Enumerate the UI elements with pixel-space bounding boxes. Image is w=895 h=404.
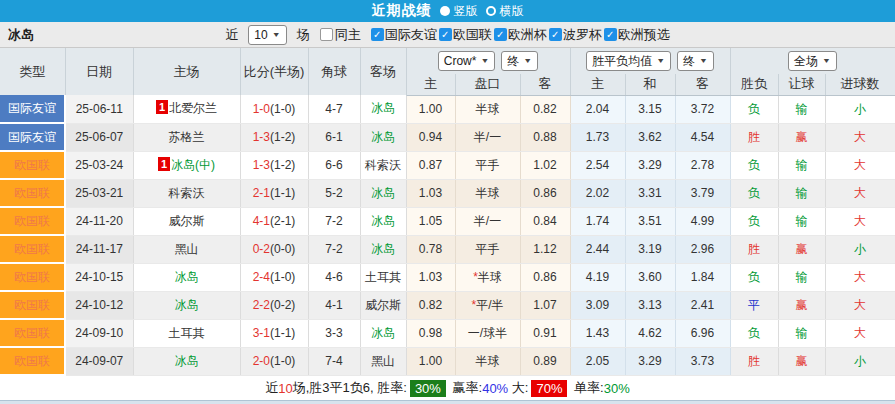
goals-result-cell: 小 [825, 235, 895, 263]
header-type: 类型 [0, 48, 65, 95]
date-cell: 25-03-21 [65, 179, 133, 207]
league-filter-euro-qual[interactable]: ✓ 欧洲预选 [604, 26, 670, 44]
chevron-down-icon: ▼ [656, 57, 665, 65]
score-cell: 1-0(1-0) [240, 95, 308, 123]
radio-unselected-icon[interactable] [486, 6, 496, 16]
avg-stage-select[interactable]: 终 ▼ [677, 51, 714, 71]
league-filter-baltic[interactable]: ✓ 波罗杯 [549, 26, 602, 44]
goals-result-cell: 大 [825, 151, 895, 179]
checkbox-checked-icon[interactable]: ✓ [604, 28, 617, 41]
checkbox-checked-icon[interactable]: ✓ [494, 28, 507, 41]
match-row: 欧国联25-03-241冰岛(中)1-3(1-2)6-6科索沃0.87平手1.0… [0, 151, 895, 179]
avg-odds-header: 胜平负均值 ▼ 终 ▼ [570, 48, 730, 74]
avg-type-value: 胜平负均值 [592, 53, 652, 70]
subheader-odds-home: 主 [406, 74, 455, 95]
avg-win-odds-cell: 2.54 [570, 151, 625, 179]
wdl-result-cell: 负 [730, 95, 778, 123]
match-row: 欧国联24-09-07冰岛2-0(1-0)7-4黑山1.00半球0.892.05… [0, 347, 895, 375]
home-team-cell: 苏格兰 [133, 123, 240, 151]
league-filter-label[interactable]: 国际友谊 [385, 26, 437, 44]
home-rank-badge: 1 [158, 157, 170, 171]
match-row: 欧国联24-11-17黑山0-2(0-0)7-2冰岛0.78平手1.122.44… [0, 235, 895, 263]
subheader-goals: 进球数 [825, 74, 895, 95]
radio-horizontal-label[interactable]: 横版 [500, 3, 524, 20]
avg-win-odds-cell: 4.19 [570, 263, 625, 291]
goals-result-cell: 小 [825, 95, 895, 123]
league-type-cell: 国际友谊 [0, 95, 65, 123]
score-cell: 2-0(1-0) [240, 347, 308, 375]
league-filter-label[interactable]: 欧国联 [453, 26, 492, 44]
subheader-handicap: 盘口 [455, 74, 520, 95]
scope-select[interactable]: 全场 ▼ [788, 51, 837, 71]
odds-company-header: Crow* ▼ 终 ▼ [406, 48, 570, 74]
corner-cell: 6-6 [308, 151, 360, 179]
league-filter-label[interactable]: 波罗杯 [563, 26, 602, 44]
avg-win-odds-cell: 1.43 [570, 319, 625, 347]
radio-vertical-label[interactable]: 竖版 [454, 3, 478, 20]
avg-lose-odds-cell: 2.96 [675, 235, 730, 263]
results-table: 类型 日期 主场 比分(半场) 角球 客场 Crow* ▼ 终 ▼ [0, 48, 895, 376]
handicap-away-odds-cell: 0.88 [520, 123, 570, 151]
away-team-cell: 冰岛 [360, 123, 406, 151]
away-team-cell: 科索沃 [360, 151, 406, 179]
league-type-cell: 欧国联 [0, 319, 65, 347]
summary-segment: 赢率: [449, 379, 482, 397]
match-count-select[interactable]: 10 ▼ [248, 25, 286, 45]
goals-result-cell: 小 [825, 347, 895, 375]
score-cell: 0-2(0-0) [240, 235, 308, 263]
summary-segment: 10 [278, 381, 292, 396]
same-home-checkbox[interactable] [320, 28, 333, 41]
checkbox-checked-icon[interactable]: ✓ [549, 28, 562, 41]
handicap-away-odds-cell: 0.91 [520, 319, 570, 347]
handicap-home-odds-cell: 0.78 [406, 235, 455, 263]
league-type-cell: 欧国联 [0, 151, 65, 179]
layout-radio-vertical[interactable]: 竖版 [440, 3, 478, 20]
summary-bar: 近10场,胜3平1负6, 胜率:30% 赢率:40% 大:70% 单率:30% [0, 376, 895, 400]
avg-type-select[interactable]: 胜平负均值 ▼ [586, 51, 671, 71]
corner-cell: 7-2 [308, 207, 360, 235]
away-team-cell: 冰岛 [360, 207, 406, 235]
home-team-cell: 冰岛 [133, 291, 240, 319]
date-cell: 25-03-24 [65, 151, 133, 179]
same-home-label[interactable]: 同主 [335, 26, 361, 44]
radio-selected-icon[interactable] [440, 6, 450, 16]
handicap-result-cell: 赢 [778, 291, 825, 319]
wdl-result-cell: 负 [730, 179, 778, 207]
corner-cell: 4-6 [308, 263, 360, 291]
handicap-line-cell: 半/一 [455, 123, 520, 151]
avg-lose-odds-cell: 3.73 [675, 347, 730, 375]
avg-win-odds-cell: 2.04 [570, 95, 625, 123]
score-cell: 2-2(0-2) [240, 291, 308, 319]
handicap-away-odds-cell: 1.07 [520, 291, 570, 319]
wdl-result-cell: 负 [730, 151, 778, 179]
league-type-cell: 欧国联 [0, 347, 65, 375]
checkbox-checked-icon[interactable]: ✓ [371, 28, 384, 41]
layout-radio-horizontal[interactable]: 横版 [486, 3, 524, 20]
league-filter-label[interactable]: 欧洲杯 [508, 26, 547, 44]
match-row: 欧国联25-03-21科索沃2-1(1-1)5-2冰岛1.03半球0.862.0… [0, 179, 895, 207]
away-team-cell: 冰岛 [360, 319, 406, 347]
match-row: 国际友谊25-06-07苏格兰1-3(1-2)6-1冰岛0.94半/一0.881… [0, 123, 895, 151]
corner-cell: 7-2 [308, 235, 360, 263]
handicap-result-cell: 输 [778, 95, 825, 123]
chevron-down-icon: ▼ [699, 57, 708, 65]
header-away: 客场 [360, 48, 406, 95]
page-title: 近期战绩 [372, 2, 432, 20]
league-filter-friendly[interactable]: ✓ 国际友谊 [371, 26, 437, 44]
home-team-cell: 土耳其 [133, 319, 240, 347]
odds-stage-select[interactable]: 终 ▼ [501, 51, 538, 71]
checkbox-checked-icon[interactable]: ✓ [439, 28, 452, 41]
summary-segment: 近 [265, 379, 278, 397]
avg-draw-odds-cell: 4.62 [625, 319, 675, 347]
summary-segment: 30% [604, 381, 630, 396]
avg-lose-odds-cell: 2.78 [675, 151, 730, 179]
handicap-line-cell: 平手 [455, 151, 520, 179]
avg-stage-value: 终 [683, 53, 695, 70]
league-filter-euro[interactable]: ✓ 欧洲杯 [494, 26, 547, 44]
league-filter-label[interactable]: 欧洲预选 [618, 26, 670, 44]
league-filter-nations[interactable]: ✓ 欧国联 [439, 26, 492, 44]
corner-cell: 6-1 [308, 123, 360, 151]
handicap-line-cell: 半球 [455, 347, 520, 375]
match-row: 欧国联24-09-10土耳其3-1(1-1)3-3冰岛0.98一/球半0.911… [0, 319, 895, 347]
odds-company-select[interactable]: Crow* ▼ [438, 51, 496, 71]
